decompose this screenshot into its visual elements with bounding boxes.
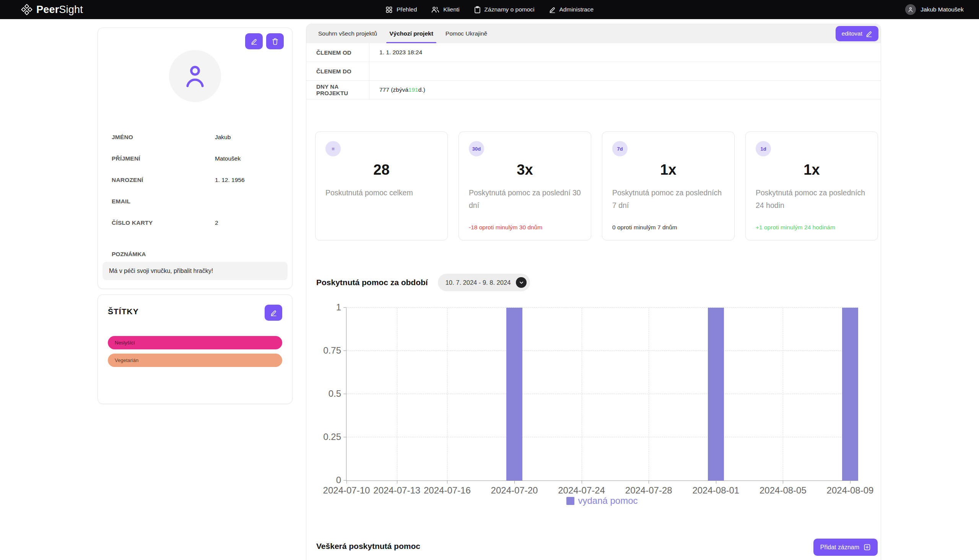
profile-field-row: PŘÍJMENÍMatoušek (112, 155, 279, 177)
user-menu[interactable]: Jakub Matoušek (905, 0, 968, 19)
date-range-value: 10. 7. 2024 - 9. 8. 2024 (445, 279, 511, 286)
clipboard-icon (474, 6, 481, 13)
edit-client-button[interactable] (245, 33, 263, 49)
row-label: DNY NA PROJEKTU (306, 83, 369, 96)
pencil-icon-slot (866, 31, 872, 37)
edit-membership-button[interactable]: editovat (836, 26, 879, 41)
y-tick-mark (344, 350, 347, 351)
stat-delta: 0 oproti minulým 7 dnům (612, 224, 724, 231)
profile-field-row: JMÉNOJakub (112, 134, 279, 155)
stat-delta: +1 oproti minulým 24 hodinám (756, 224, 868, 231)
profile-field-row: EMAIL (112, 198, 279, 219)
stat-delta: -18 oproti minulým 30 dnům (469, 224, 581, 231)
plus-square-icon (864, 543, 871, 551)
profile-field-row: NAROZENÍ1. 12. 1956 (112, 177, 279, 198)
y-tick-mark (344, 437, 347, 437)
client-avatar (169, 50, 221, 102)
x-tick-mark (347, 480, 347, 483)
stat-label: Poskytnutá pomoc za posledních 24 hodin (756, 187, 868, 212)
bar-2024-08-01[interactable] (708, 308, 724, 480)
days-remaining: 191 (409, 87, 419, 93)
legend-swatch-icon (566, 497, 574, 505)
project-tabs: Souhrn všech projektůVýchozí projektPomo… (306, 24, 881, 43)
x-gridline (582, 308, 582, 480)
row-value: 1. 1. 2023 18:24 (369, 43, 881, 62)
stat-period-badge: = (325, 141, 341, 156)
stat-period-badge: 1d (756, 141, 771, 156)
tab-1[interactable]: Výchozí projekt (383, 24, 439, 43)
tab-2[interactable]: Pomoc Ukrajině (439, 24, 493, 43)
y-gridline (347, 307, 858, 308)
stat-card-0: =28Poskutnutá pomoc celkem (315, 132, 448, 240)
row-value (369, 62, 881, 80)
nav-item-1[interactable]: Klienti (431, 6, 459, 13)
nav-item-label: Záznamy o pomoci (485, 6, 535, 13)
chart-plot: 00.250.50.7512024-07-102024-07-132024-07… (346, 308, 858, 481)
stat-cards: =28Poskutnutá pomoc celkem30d3xPoskytnut… (315, 132, 878, 240)
edit-tags-button[interactable] (265, 305, 282, 321)
stat-value: 1x (756, 162, 868, 178)
x-gridline (783, 308, 783, 480)
row-label: ČLENEM OD (306, 49, 369, 56)
nav-item-label: Klienti (443, 6, 459, 13)
stat-card-1: 30d3xPoskytnutá pomoc za poslední 30 dní… (459, 132, 591, 240)
pencil-icon-slot (270, 310, 277, 316)
membership-row: ČLENEM OD 1. 1. 2023 18:24 (306, 43, 881, 62)
logo-icon (21, 4, 33, 15)
x-tick-mark (514, 480, 515, 483)
y-tick-label: 0 (336, 475, 341, 485)
x-tick-label: 2024-07-24 (558, 485, 605, 496)
nav-item-3[interactable]: Administrace (549, 6, 594, 13)
x-tick-mark (397, 480, 397, 483)
date-range-caret (516, 277, 527, 288)
nav-item-0[interactable]: Přehled (385, 6, 417, 13)
user-name: Jakub Matoušek (921, 6, 964, 13)
x-tick-label: 2024-08-09 (827, 485, 874, 496)
stat-label: Poskutnutá pomoc celkem (325, 187, 437, 199)
row-label: ČLENEM DO (306, 68, 369, 75)
pencil-icon (549, 7, 555, 13)
client-profile-card: JMÉNOJakubPŘÍJMENÍMatoušekNAROZENÍ1. 12.… (98, 28, 293, 289)
brand-logo[interactable]: PeerSight (21, 0, 83, 19)
field-value: Jakub (215, 134, 230, 141)
stat-value: 28 (325, 162, 437, 178)
x-tick-label: 2024-07-20 (491, 485, 538, 496)
x-tick-mark (850, 480, 851, 483)
membership-row: DNY NA PROJEKTU 777 (zbývá 191 d.) (306, 81, 881, 99)
x-tick-label: 2024-07-10 (323, 485, 370, 496)
project-detail-panel: Souhrn všech projektůVýchozí projektPomo… (306, 24, 881, 560)
legend-item[interactable]: vydaná pomoc (566, 495, 637, 506)
nav-item-2[interactable]: Záznamy o pomoci (474, 6, 535, 13)
y-tick-mark (344, 307, 347, 308)
delete-client-button[interactable] (266, 33, 284, 49)
tag-pill: Neslyšící (108, 336, 282, 349)
x-gridline (397, 308, 397, 480)
tags-list: NeslyšícíVegetarián (108, 336, 282, 367)
trash-icon-slot (272, 38, 279, 45)
x-tick-label: 2024-08-01 (692, 485, 739, 496)
add-record-button[interactable]: Přidat záznam (814, 538, 878, 556)
stat-card-2: 7d1xPoskytnutá pomoc za posledních 7 dní… (602, 132, 735, 240)
field-label: NAROZENÍ (112, 177, 215, 183)
user-icon-slot (907, 7, 914, 13)
pencil-icon (866, 31, 872, 37)
nav-item-label: Přehled (397, 6, 417, 13)
field-label: ČÍSLO KARTY (112, 219, 215, 226)
x-gridline (447, 308, 447, 480)
date-range-selector[interactable]: 10. 7. 2024 - 9. 8. 2024 (438, 274, 530, 291)
bar-2024-07-20[interactable] (506, 308, 522, 480)
chevron-down-white-icon-slot (519, 280, 524, 285)
note-label: POZNÁMKA (112, 251, 279, 258)
brand-name: PeerSight (36, 4, 83, 16)
bar-2024-08-09[interactable] (842, 308, 858, 480)
user-avatar (905, 4, 916, 15)
chart-legend: vydaná pomoc (346, 495, 858, 506)
x-gridline (649, 308, 649, 480)
note-text: Má v péči svoji vnučku, přibalit hračky! (102, 262, 288, 280)
field-label: JMÉNO (112, 134, 215, 141)
stat-value: 3x (469, 162, 581, 178)
tab-0[interactable]: Souhrn všech projektů (312, 24, 383, 43)
people-icon (431, 6, 439, 13)
y-tick-label: 0.75 (323, 345, 341, 356)
legend-label: vydaná pomoc (578, 495, 637, 506)
